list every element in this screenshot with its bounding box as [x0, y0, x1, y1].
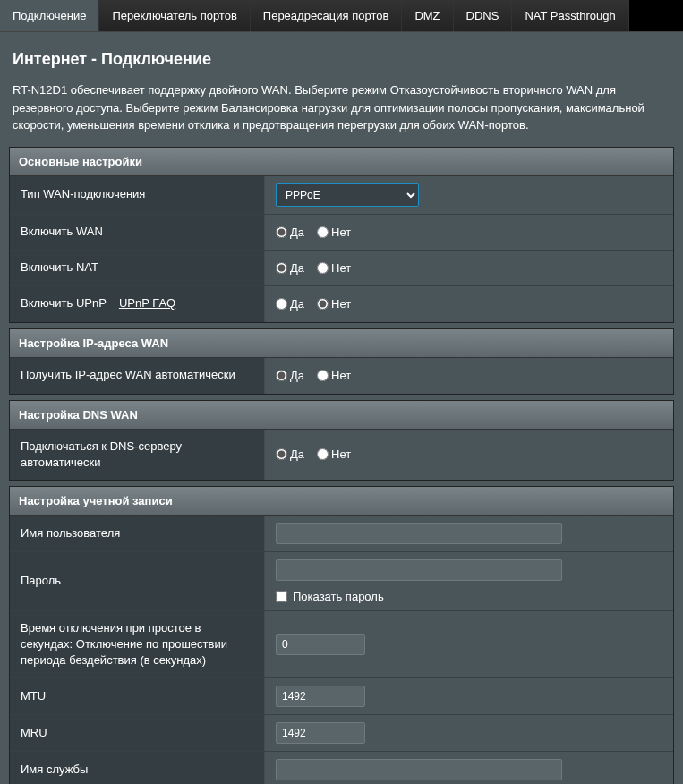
- no-label: Нет: [331, 297, 351, 311]
- row-mtu: MTU: [10, 678, 673, 715]
- mru-label: MRU: [10, 715, 265, 751]
- content-area: Интернет - Подключение RT-N12D1 обеспечи…: [0, 32, 683, 784]
- tab-connection[interactable]: Подключение: [0, 0, 99, 31]
- wan-type-label: Тип WAN-подключения: [10, 176, 265, 214]
- row-mru: MRU: [10, 715, 673, 752]
- section-basic-header: Основные настройки: [10, 148, 673, 176]
- password-input[interactable]: [276, 559, 562, 581]
- auto-dns-label: Подключаться к DNS-серверу автоматически: [10, 430, 265, 480]
- auto-ip-yes[interactable]: [276, 370, 287, 381]
- enable-nat-label: Включить NAT: [10, 251, 265, 285]
- row-username: Имя пользователя: [10, 516, 673, 552]
- section-basic: Основные настройки Тип WAN-подключения P…: [9, 147, 674, 323]
- row-enable-wan: Включить WAN Да Нет: [10, 215, 673, 251]
- section-account: Настройка учетной записи Имя пользовател…: [9, 486, 674, 784]
- no-label: Нет: [331, 447, 351, 461]
- row-wan-type: Тип WAN-подключения PPPoE: [10, 176, 673, 215]
- yes-label: Да: [290, 369, 304, 382]
- row-auto-ip: Получить IP-адрес WAN автоматически Да Н…: [10, 358, 673, 394]
- tab-nat-passthrough[interactable]: NAT Passthrough: [512, 0, 628, 31]
- yes-label: Да: [290, 297, 304, 311]
- username-label: Имя пользователя: [10, 516, 265, 551]
- yes-label: Да: [290, 261, 304, 275]
- mtu-input[interactable]: [276, 686, 365, 707]
- tab-port-switch[interactable]: Переключатель портов: [99, 0, 250, 31]
- auto-ip-no[interactable]: [317, 370, 329, 381]
- section-account-header: Настройка учетной записи: [10, 487, 673, 516]
- tabs-bar: Подключение Переключатель портов Переадр…: [0, 0, 683, 32]
- enable-upnp-no[interactable]: [317, 298, 329, 310]
- enable-nat-no[interactable]: [317, 262, 329, 274]
- tab-port-forward[interactable]: Переадресация портов: [251, 0, 403, 31]
- yes-label: Да: [290, 226, 304, 239]
- enable-wan-yes[interactable]: [276, 226, 287, 238]
- enable-wan-no[interactable]: [317, 226, 329, 238]
- no-label: Нет: [331, 261, 351, 275]
- idle-input[interactable]: [276, 634, 365, 655]
- row-password: Пароль Показать пароль: [10, 552, 673, 611]
- enable-upnp-label: Включить UPnP UPnP FAQ: [10, 286, 265, 322]
- show-password-label: Показать пароль: [293, 590, 384, 603]
- upnp-text: Включить UPnP: [21, 295, 107, 311]
- no-label: Нет: [331, 369, 351, 382]
- auto-dns-yes[interactable]: [276, 448, 287, 460]
- page-title: Интернет - Подключение: [9, 43, 674, 81]
- upnp-faq-link[interactable]: UPnP FAQ: [119, 295, 175, 311]
- auto-ip-label: Получить IP-адрес WAN автоматически: [10, 358, 265, 394]
- no-label: Нет: [331, 226, 351, 239]
- mru-input[interactable]: [276, 722, 365, 744]
- service-input[interactable]: [276, 759, 562, 780]
- password-label: Пароль: [10, 552, 265, 610]
- section-wan-ip: Настройка IP-адреса WAN Получить IP-адре…: [9, 328, 674, 395]
- idle-label: Время отключения при простое в секундах:…: [10, 611, 265, 678]
- section-dns: Настройка DNS WAN Подключаться к DNS-сер…: [9, 400, 674, 481]
- row-enable-nat: Включить NAT Да Нет: [10, 251, 673, 286]
- section-dns-header: Настройка DNS WAN: [10, 401, 673, 430]
- auto-dns-no[interactable]: [317, 448, 329, 460]
- enable-wan-label: Включить WAN: [10, 215, 265, 250]
- enable-upnp-yes[interactable]: [276, 298, 287, 310]
- row-idle: Время отключения при простое в секундах:…: [10, 611, 673, 679]
- row-auto-dns: Подключаться к DNS-серверу автоматически…: [10, 430, 673, 480]
- wan-type-select[interactable]: PPPoE: [276, 183, 419, 207]
- tab-ddns[interactable]: DDNS: [454, 0, 513, 31]
- mtu-label: MTU: [10, 678, 265, 714]
- yes-label: Да: [290, 447, 304, 461]
- show-password-checkbox[interactable]: [276, 591, 287, 602]
- username-input[interactable]: [276, 523, 562, 544]
- row-enable-upnp: Включить UPnP UPnP FAQ Да Нет: [10, 286, 673, 322]
- service-label: Имя службы: [10, 752, 265, 784]
- page-description: RT-N12D1 обеспечивает поддержку двойного…: [9, 81, 674, 147]
- section-wan-ip-header: Настройка IP-адреса WAN: [10, 329, 673, 358]
- enable-nat-yes[interactable]: [276, 262, 287, 274]
- tab-dmz[interactable]: DMZ: [402, 0, 453, 31]
- row-service: Имя службы: [10, 752, 673, 784]
